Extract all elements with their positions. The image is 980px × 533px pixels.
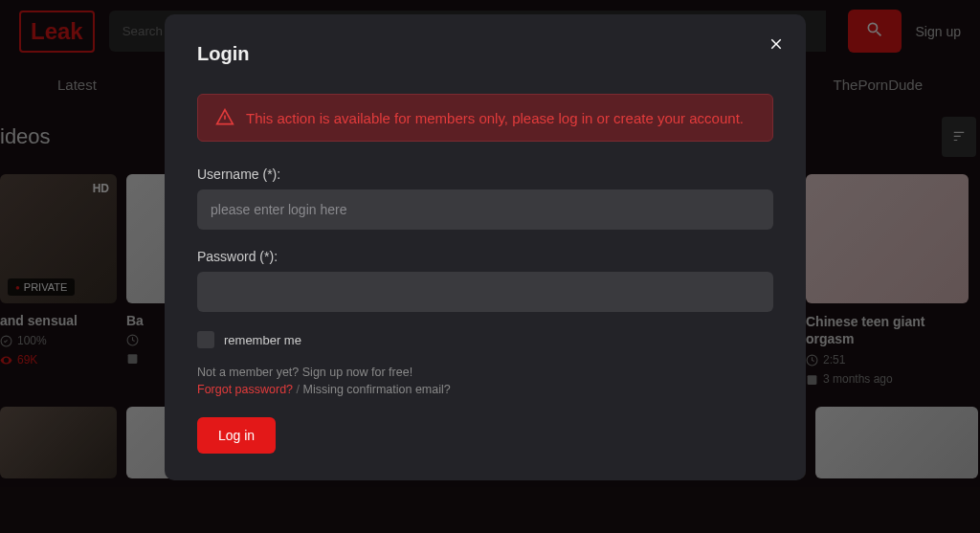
warning-icon [215, 108, 234, 127]
modal-title: Login [197, 43, 773, 65]
alert-banner: This action is available for members onl… [197, 94, 773, 142]
password-label: Password (*): [197, 249, 773, 264]
close-icon [768, 35, 785, 53]
signup-prompt: Not a member yet? Sign up now for free! [197, 366, 773, 379]
remember-label: remember me [224, 333, 301, 347]
confirmation-email-link[interactable]: Missing confirmation email? [302, 383, 450, 396]
separator: / [293, 383, 302, 396]
password-input[interactable] [197, 272, 773, 312]
username-input[interactable] [197, 189, 773, 230]
close-button[interactable] [768, 32, 785, 58]
login-modal: Login This action is available for membe… [165, 14, 806, 480]
username-label: Username (*): [197, 167, 773, 182]
remember-checkbox[interactable] [197, 331, 214, 348]
forgot-password-link[interactable]: Forgot password? [197, 383, 293, 396]
login-button[interactable]: Log in [197, 417, 276, 454]
